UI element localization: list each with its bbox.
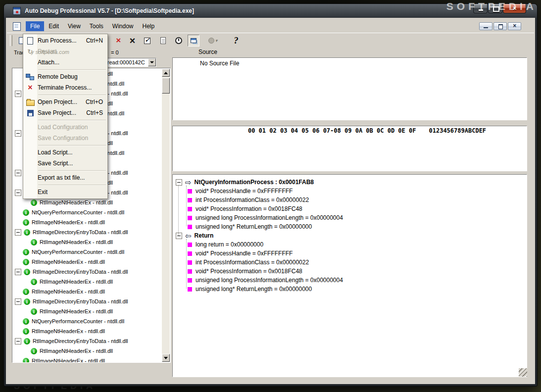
hex-header: 00 01 02 03 04 05 06 07-08 09 0A 0B 0C 0… xyxy=(173,127,527,134)
call-param-row[interactable]: unsigned long* ReturnLength = 0x00000000 xyxy=(188,285,312,294)
call-function-row[interactable]: ⇨NtQueryInformationProcess : 0x0001FAB8 xyxy=(176,178,314,187)
menu-item-load-script[interactable]: Load Script... xyxy=(23,147,107,158)
titlebar[interactable]: Auto Debug Professional V5.7 - [D:\Softp… xyxy=(4,4,537,18)
scroll-up-icon[interactable] xyxy=(162,69,170,77)
tree-item-label: NtQueryPerformanceCounter - ntdll.dll xyxy=(32,209,124,215)
call-param-row[interactable]: int ProcessInformationClass = 0x00000022 xyxy=(188,258,309,267)
tree-row[interactable]: RtlImageNtHeaderEx - ntdll.dll xyxy=(13,287,161,296)
menu-item-export-as-txt-file[interactable]: Export as txt file... xyxy=(23,172,107,183)
toolbar-grip[interactable] xyxy=(10,35,12,46)
tree-row[interactable]: RtlImageDirectoryEntryToData - ntdll.dll xyxy=(13,227,161,237)
call-function-row[interactable]: ⇦Return xyxy=(176,231,213,240)
call-param-row[interactable]: void* ProcessInformation = 0x0018FC48 xyxy=(188,267,302,276)
menu-view[interactable]: View xyxy=(63,21,85,31)
call-param-row[interactable]: unsigned long ProcessInformationLength =… xyxy=(188,276,343,285)
tree-row[interactable]: RtlImageDirectoryEntryToData - ntdll.dll xyxy=(13,296,161,306)
tree-row[interactable]: RtlImageNtHeaderEx - ntdll.dll xyxy=(13,237,161,247)
expand-box[interactable] xyxy=(15,190,21,196)
mdi-minimize-button[interactable] xyxy=(479,22,492,30)
tree-row[interactable]: RtlImageNtHeaderEx - ntdll.dll xyxy=(13,277,161,287)
menu-file[interactable]: File xyxy=(26,21,44,31)
call-param-row[interactable]: int ProcessInformationClass = 0x00000022 xyxy=(188,196,309,204)
menu-item-label: Run Process... xyxy=(38,37,77,44)
edit-script-button[interactable] xyxy=(157,35,169,47)
tree-row[interactable]: NtQueryPerformanceCounter - ntdll.dll xyxy=(13,316,161,326)
tree-row[interactable]: RtlImageDirectoryEntryToData - ntdll.dll xyxy=(13,336,161,346)
resize-grip[interactable] xyxy=(519,368,527,377)
icon-slot xyxy=(25,159,36,167)
menu-item-open-project[interactable]: Open Project...Ctrl+O xyxy=(23,97,107,107)
tree-row[interactable]: NtQueryPerformanceCounter - ntdll.dll xyxy=(13,247,161,257)
menu-item-label: Remote Debug xyxy=(38,73,78,80)
tree-row[interactable]: RtlImageNtHeaderEx - ntdll.dll xyxy=(13,217,161,227)
tree-row[interactable]: NtQueryPerformanceCounter - ntdll.dll xyxy=(13,207,161,217)
expand-box[interactable] xyxy=(15,298,21,305)
menu-tools[interactable]: Tools xyxy=(85,21,108,31)
help-button[interactable] xyxy=(230,35,242,47)
mdi-document-icon[interactable] xyxy=(13,22,21,31)
scroll-down-icon[interactable] xyxy=(162,354,170,362)
api-call-panel: ⇨NtQueryInformationProcess : 0x0001FAB8v… xyxy=(172,174,527,377)
windows-button[interactable] xyxy=(188,35,199,47)
scrollbar-thumb[interactable] xyxy=(162,78,170,94)
menu-item-exit[interactable]: Exit xyxy=(23,187,107,197)
tree-row[interactable]: RtlImageNtHeaderEx - ntdll.dll xyxy=(13,346,161,356)
tree-item-label: RtlImageNtHeaderEx - ntdll.dll xyxy=(40,199,113,205)
tree-row[interactable]: RtlImageDirectoryEntryToData - ntdll.dll xyxy=(13,267,161,277)
menu-help[interactable]: Help xyxy=(138,21,159,31)
menu-item-save-configuration: Save Configuration xyxy=(23,133,107,144)
menu-item-shortcut: Ctrl+O xyxy=(81,98,103,105)
expand-box[interactable] xyxy=(176,233,182,239)
timer-icon xyxy=(175,37,182,44)
menu-item-attach[interactable]: Attach... xyxy=(23,57,107,68)
menu-edit[interactable]: Edit xyxy=(44,21,63,31)
expand-box[interactable] xyxy=(15,338,21,344)
menu-item-terminate-process[interactable]: Terminate Process... xyxy=(23,82,107,93)
menu-separator xyxy=(38,145,106,146)
close-button[interactable]: × xyxy=(503,4,526,13)
tree-item-label: NtQueryPerformanceCounter - ntdll.dll xyxy=(32,249,124,255)
menu-item-remote-debug[interactable]: Remote Debug xyxy=(23,71,107,82)
remove-all-button[interactable] xyxy=(126,35,138,47)
menu-item-run-process[interactable]: Run Process...Ctrl+N xyxy=(23,35,107,46)
expand-box[interactable] xyxy=(15,130,21,137)
call-param-row[interactable]: void* ProcessHandle = 0xFFFFFFFF xyxy=(188,187,293,196)
call-param-row[interactable]: void* ProcessInformation = 0x0018FC48 xyxy=(188,204,302,213)
expand-box[interactable] xyxy=(15,269,21,275)
remove-button[interactable] xyxy=(112,35,124,47)
tree-item-label: RtlImageNtHeaderEx - ntdll.dll xyxy=(32,219,105,225)
mdi-restore-button[interactable] xyxy=(493,22,507,30)
menu-window[interactable]: Window xyxy=(108,21,138,31)
expand-box[interactable] xyxy=(176,179,182,186)
tree-row[interactable]: RtlImageNtHeaderEx - ntdll.dll xyxy=(13,326,161,336)
verify-button[interactable] xyxy=(141,35,153,47)
menu-item-label: Save Project... xyxy=(38,109,76,116)
gray-disc-icon xyxy=(208,38,214,44)
expand-box[interactable] xyxy=(15,91,21,97)
close-icon: × xyxy=(503,4,526,12)
info-icon xyxy=(31,199,37,206)
minimize-button[interactable] xyxy=(473,4,488,13)
expand-box[interactable] xyxy=(15,170,21,176)
call-param-row[interactable]: void* ProcessHandle = 0xFFFFFFFF xyxy=(188,249,293,258)
menu-item-shortcut: Ctrl+S xyxy=(81,109,103,116)
call-param-row[interactable]: unsigned long* ReturnLength = 0x00000000 xyxy=(188,222,312,231)
param-text: unsigned long* ReturnLength = 0x00000000 xyxy=(196,223,312,230)
menu-item-save-script[interactable]: Save Script... xyxy=(23,158,107,169)
expand-box[interactable] xyxy=(15,229,21,236)
mdi-close-button[interactable]: × xyxy=(508,22,521,30)
maximize-button[interactable] xyxy=(488,4,502,13)
tree-item-label: RtlImageNtHeaderEx - ntdll.dll xyxy=(40,308,113,314)
tree-item-label: RtlImageNtHeaderEx - ntdll.dll xyxy=(32,328,105,334)
call-param-row[interactable]: long return = 0x00000000 xyxy=(188,240,263,249)
tree-row[interactable]: RtlImageNtHeaderEx - ntdll.dll xyxy=(13,257,161,267)
call-param-row[interactable]: unsigned long ProcessInformationLength =… xyxy=(188,213,343,222)
timer-button[interactable] xyxy=(173,35,185,47)
tree-scrollbar[interactable] xyxy=(162,69,170,362)
tree-row[interactable]: RtlImageNtHeaderEx - ntdll.dll xyxy=(13,197,161,207)
param-bullet-icon xyxy=(188,251,192,256)
menu-item-save-project[interactable]: Save Project...Ctrl+S xyxy=(23,107,107,118)
chevron-down-icon[interactable] xyxy=(148,58,156,66)
tree-row[interactable]: RtlImageNtHeaderEx - ntdll.dll xyxy=(13,306,161,316)
tree-row[interactable]: RtlImageNtHeaderEx - ntdll.dll xyxy=(13,356,161,363)
